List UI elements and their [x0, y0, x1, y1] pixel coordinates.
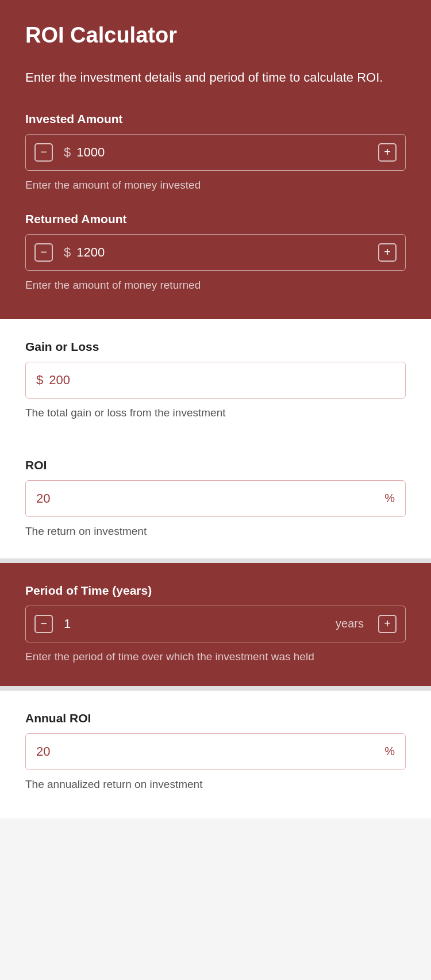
- roi-field: ROI 20 % The return on investment: [25, 458, 406, 538]
- invested-amount-hint: Enter the amount of money invested: [25, 179, 406, 192]
- top-section: ROI Calculator Enter the investment deta…: [0, 0, 431, 319]
- invested-amount-decrease-button[interactable]: −: [26, 135, 61, 170]
- gain-loss-result: $ 200: [25, 362, 406, 399]
- period-minus-icon: −: [34, 615, 53, 633]
- minus-icon: −: [34, 143, 53, 162]
- period-section: Period of Time (years) − 1 years + Enter…: [0, 563, 431, 686]
- gain-loss-value: 200: [49, 373, 395, 388]
- returned-amount-field: Returned Amount − $ 1200 + Enter the amo…: [25, 212, 406, 292]
- invested-amount-currency: $: [64, 145, 71, 160]
- period-decrease-button[interactable]: −: [26, 606, 61, 642]
- section-divider: [0, 558, 431, 563]
- period-value-container: 1: [61, 617, 336, 631]
- roi-label: ROI: [25, 458, 406, 472]
- returned-amount-increase-button[interactable]: +: [370, 235, 405, 270]
- invested-amount-field: Invested Amount − $ 1000 + Enter the amo…: [25, 112, 406, 192]
- annual-roi-hint: The annualized return on investment: [25, 778, 406, 791]
- gain-loss-hint: The total gain or loss from the investme…: [25, 407, 406, 419]
- period-increase-button[interactable]: +: [370, 606, 405, 642]
- roi-hint: The return on investment: [25, 525, 406, 538]
- period-plus-icon: +: [378, 615, 397, 633]
- returned-amount-value-container: $ 1200: [61, 245, 370, 260]
- returned-amount-stepper: − $ 1200 +: [25, 234, 406, 271]
- returned-amount-hint: Enter the amount of money returned: [25, 279, 406, 292]
- invested-amount-value-container: $ 1000: [61, 145, 370, 160]
- roi-suffix: %: [384, 492, 395, 505]
- invested-amount-increase-button[interactable]: +: [370, 135, 405, 170]
- returned-amount-value: 1200: [76, 245, 105, 260]
- roi-result: 20 %: [25, 480, 406, 517]
- returned-minus-icon: −: [34, 243, 53, 262]
- description: Enter the investment details and period …: [25, 68, 406, 87]
- returned-amount-decrease-button[interactable]: −: [26, 235, 61, 270]
- invested-amount-stepper: − $ 1000 +: [25, 134, 406, 171]
- gain-loss-currency: $: [36, 373, 43, 388]
- plus-icon: +: [378, 143, 397, 162]
- annual-roi-section: Annual ROI 20 % The annualized return on…: [0, 691, 431, 818]
- section-divider-2: [0, 686, 431, 691]
- invested-amount-label: Invested Amount: [25, 112, 406, 126]
- returned-amount-currency: $: [64, 245, 71, 260]
- gain-loss-field: Gain or Loss $ 200 The total gain or los…: [25, 340, 406, 419]
- annual-roi-label: Annual ROI: [25, 711, 406, 725]
- returned-plus-icon: +: [378, 243, 397, 262]
- period-label: Period of Time (years): [25, 584, 406, 598]
- years-label: years: [336, 617, 364, 630]
- period-hint: Enter the period of time over which the …: [25, 650, 406, 663]
- annual-roi-result: 20 %: [25, 733, 406, 770]
- annual-roi-value: 20: [36, 744, 384, 759]
- invested-amount-value: 1000: [76, 145, 105, 160]
- roi-value: 20: [36, 491, 384, 506]
- period-value: 1: [64, 617, 71, 631]
- gain-loss-label: Gain or Loss: [25, 340, 406, 354]
- returned-amount-label: Returned Amount: [25, 212, 406, 226]
- annual-roi-suffix: %: [384, 745, 395, 758]
- period-stepper: − 1 years +: [25, 606, 406, 642]
- middle-section: Gain or Loss $ 200 The total gain or los…: [0, 319, 431, 558]
- page-title: ROI Calculator: [25, 23, 406, 48]
